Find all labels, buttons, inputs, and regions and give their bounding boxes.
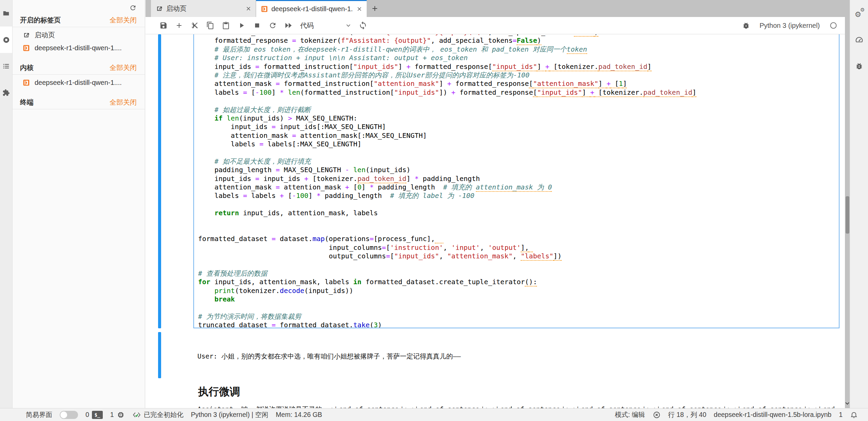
refresh-icon[interactable] — [129, 4, 137, 12]
code-line: # 如不足最大长度，则进行填充 — [198, 157, 839, 166]
document-tab[interactable]: deepseek-r1-distill-qwen-1.5 — [256, 0, 367, 17]
kernels-counter[interactable]: 1 — [110, 411, 125, 419]
chevron-down-icon — [345, 22, 352, 29]
sidebar-section: 内核全部关闭deepseek-r1-distill-qwen-1.... — [13, 63, 145, 89]
save-icon — [159, 21, 168, 30]
sidebar-section: 开启的标签页全部关闭启动页deepseek-r1-distill-qwen-1.… — [13, 16, 145, 54]
kernel-chip-icon — [117, 411, 125, 419]
kernel-status-icon[interactable] — [829, 21, 837, 30]
activity-bar — [0, 0, 13, 408]
code-line: labels = labels + [-100] * padding_lengt… — [198, 191, 839, 200]
notebook-icon — [23, 79, 30, 86]
code-line: attention_mask = attention_mask + [0] * … — [198, 183, 839, 191]
section-items — [13, 109, 145, 111]
new-tab-button[interactable] — [367, 0, 383, 17]
stop-button[interactable] — [249, 18, 265, 33]
code-line: # 最后添加 eos token，在deepseek-r1-distill-qw… — [198, 45, 839, 54]
kernel-status-label[interactable]: Python 3 (ipykernel) | 空闲 — [191, 410, 268, 419]
running-icon — [2, 36, 10, 44]
code-line: truncated_dataset = formatted_dataset.ta… — [198, 321, 839, 328]
close-icon[interactable] — [245, 5, 252, 12]
code-line — [198, 226, 839, 235]
close-icon[interactable] — [356, 6, 363, 12]
tab-label: deepseek-r1-distill-qwen-1.5 — [271, 5, 353, 13]
cell-type-dropdown[interactable]: 代码 — [300, 21, 352, 30]
activity-tab-running[interactable] — [0, 26, 12, 53]
code-line: padding_length = MAX_SEQ_LENGTH - len(in… — [198, 166, 839, 174]
debugger-bug-icon[interactable] — [742, 22, 750, 30]
code-line: # 如超过最大长度，则进行截断 — [198, 106, 839, 114]
jupyterlab-window: 开启的标签页全部关闭启动页deepseek-r1-distill-qwen-1.… — [0, 0, 868, 421]
restart-icon — [269, 21, 277, 30]
scrollbar-thumb[interactable] — [846, 196, 849, 234]
close-all-link[interactable]: 全部关闭 — [110, 63, 137, 72]
code-line: # 注意，我们在微调时仅考虑Assistant部分回答的内容，所以User部分提… — [198, 71, 839, 79]
list-item-label: 启动页 — [35, 31, 55, 40]
code-line: labels = labels[:MAX_SEQ_LENGTH] — [198, 140, 839, 148]
sync-icon[interactable] — [359, 21, 367, 30]
puzzle-icon — [2, 89, 10, 96]
code-line: input_ids = formatted_instruction["input… — [198, 62, 839, 71]
system-monitor-gauge-icon[interactable] — [850, 26, 868, 53]
notebook-toolbar: 代码 Python 3 (ipykernel) — [146, 17, 845, 34]
lsp-status-label: 已完全初始化 — [144, 410, 184, 419]
code-cell-editor[interactable]: formatted_instruction = tokenizer(f"User… — [193, 34, 840, 328]
command-mode-label[interactable]: 模式: 编辑 — [615, 410, 645, 419]
bell-icon[interactable] — [850, 411, 858, 419]
section-header: 终端全部关闭 — [13, 98, 145, 109]
list-item-label: deepseek-r1-distill-qwen-1.... — [35, 79, 122, 87]
markdown-heading[interactable]: 执行微调 — [198, 385, 240, 399]
cursor-position[interactable]: 行 18，列 40 — [668, 410, 707, 419]
property-inspector-gears-icon[interactable]: ⚙⚙ — [850, 0, 868, 26]
paste-button[interactable] — [218, 18, 234, 33]
toc-icon — [2, 62, 10, 70]
scrollbar-track[interactable] — [845, 0, 850, 408]
list-item-label: deepseek-r1-distill-qwen-1.... — [35, 44, 122, 52]
list-item[interactable]: 启动页 — [13, 29, 145, 41]
status-bar: 简易界面 0 $_ 1 已完全初始化 Python 3 (ipykernel) … — [0, 408, 868, 421]
code-line: if len(input_ids) > MAX_SEQ_LENGTH: — [198, 114, 839, 123]
copy-button[interactable] — [202, 18, 218, 33]
list-item[interactable]: deepseek-r1-distill-qwen-1.... — [13, 76, 145, 89]
kernel-name[interactable]: Python 3 (ipykernel) — [759, 22, 820, 30]
output-assistant-line: Assistant: 嘘——都说许愿说破是不灵的。<｜end▁of▁senten… — [197, 405, 840, 408]
cell-input-collapser[interactable] — [158, 34, 161, 328]
close-all-link[interactable]: 全部关闭 — [110, 16, 137, 25]
document-tab[interactable]: 启动页 — [151, 0, 256, 17]
notebook-scroll-area[interactable]: formatted_instruction = tokenizer(f"User… — [146, 34, 845, 408]
code-line: # User: instruction + input \n\n Assista… — [198, 54, 839, 62]
save-button[interactable] — [156, 18, 171, 33]
folder-icon — [2, 10, 10, 17]
activity-tab-folder[interactable] — [0, 0, 12, 26]
add-icon — [175, 21, 183, 30]
lsp-status[interactable]: 已完全初始化 — [132, 410, 184, 419]
notebook-icon — [23, 44, 30, 52]
run-button[interactable] — [234, 18, 249, 33]
run-all-button[interactable] — [281, 18, 296, 33]
code-line: labels = [-100] * len(formatted_instruct… — [198, 88, 839, 97]
terminals-counter[interactable]: 0 $_ — [85, 411, 103, 419]
not-trusted-icon[interactable] — [653, 411, 661, 419]
section-title: 终端 — [20, 98, 34, 107]
cell-output-collapser[interactable] — [158, 332, 161, 378]
activity-tab-puzzle[interactable] — [0, 79, 12, 106]
simple-mode-toggle[interactable] — [60, 411, 78, 419]
tab-bar: 启动页deepseek-r1-distill-qwen-1.5 — [146, 0, 845, 17]
close-all-link[interactable]: 全部关闭 — [110, 98, 137, 107]
activity-tab-toc[interactable] — [0, 53, 12, 79]
simple-mode-label: 简易界面 — [26, 410, 52, 419]
code-line: # 为节约演示时间，将数据集裁剪 — [198, 312, 839, 321]
restart-button[interactable] — [265, 18, 281, 33]
debugger-bug-icon[interactable] — [850, 53, 868, 79]
launcher-icon — [23, 32, 30, 39]
list-item[interactable]: deepseek-r1-distill-qwen-1.... — [13, 41, 145, 54]
cut-button[interactable] — [187, 18, 202, 33]
notebook-icon — [261, 5, 268, 13]
right-sidebar: ⚙⚙ — [850, 0, 868, 408]
add-button[interactable] — [171, 18, 187, 33]
section-header: 内核全部关闭 — [13, 63, 145, 75]
kernels-count: 1 — [110, 411, 114, 419]
run-all-icon — [284, 21, 293, 30]
toggle-knob — [60, 411, 67, 418]
code-line: input_ids = input_ids[:MAX_SEQ_LENGTH] — [198, 123, 839, 131]
